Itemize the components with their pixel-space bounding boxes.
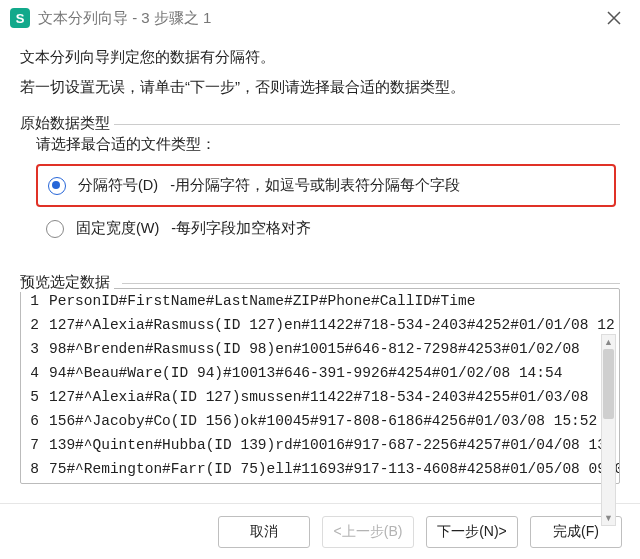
intro-text-2: 若一切设置无误，请单击“下一步”，否则请选择最合适的数据类型。 <box>20 74 620 100</box>
back-button: <上一步(B) <box>322 516 414 548</box>
content-area: 文本分列向导判定您的数据有分隔符。 若一切设置无误，请单击“下一步”，否则请选择… <box>0 36 640 503</box>
row-text: 127#^Alexia#Rasmuss(ID 127)en#11422#718-… <box>49 313 619 337</box>
radio-delimited[interactable]: 分隔符号(D) -用分隔字符，如逗号或制表符分隔每个字段 <box>46 172 606 199</box>
titlebar: S 文本分列向导 - 3 步骤之 1 <box>0 0 640 36</box>
preview-rows: 1PersonID#FirstName#LastName#ZIP#Phone#C… <box>21 289 619 483</box>
radio-desc: -每列字段加空格对齐 <box>171 219 311 238</box>
preview-row: 398#^Brenden#Rasmuss(ID 98)en#10015#646-… <box>21 337 619 361</box>
preview-row: 1PersonID#FirstName#LastName#ZIP#Phone#C… <box>21 289 619 313</box>
scroll-up-icon[interactable]: ▲ <box>602 335 615 349</box>
row-number: 8 <box>21 457 49 481</box>
next-button[interactable]: 下一步(N)> <box>426 516 518 548</box>
row-text: 139#^Quinten#Hubba(ID 139)rd#10016#917-6… <box>49 433 619 457</box>
group-original-data-type: 原始数据类型 请选择最合适的文件类型： 分隔符号(D) -用分隔字符，如逗号或制… <box>20 113 620 246</box>
row-text: 75#^Remington#Farr(ID 75)ell#11693#917-1… <box>49 457 619 481</box>
group-title-preview: 预览选定数据 <box>20 273 114 292</box>
footer: 取消 <上一步(B) 下一步(N)> 完成(F) <box>0 503 640 559</box>
preview-row: 2127#^Alexia#Rasmuss(ID 127)en#11422#718… <box>21 313 619 337</box>
radio-fixed-width[interactable]: 固定宽度(W) -每列字段加空格对齐 <box>36 215 616 242</box>
preview-scrollbar[interactable]: ▲ ▼ <box>601 334 616 503</box>
radio-label: 固定宽度(W) <box>76 219 159 238</box>
intro-text-1: 文本分列向导判定您的数据有分隔符。 <box>20 44 620 70</box>
preview-row: 7139#^Quinten#Hubba(ID 139)rd#10016#917-… <box>21 433 619 457</box>
close-icon[interactable] <box>592 4 636 32</box>
row-text: 98#^Brenden#Rasmuss(ID 98)en#10015#646-8… <box>49 337 619 361</box>
group-title-data-type: 原始数据类型 <box>20 114 114 133</box>
scroll-thumb[interactable] <box>603 349 614 419</box>
radio-desc: -用分隔字符，如逗号或制表符分隔每个字段 <box>170 176 460 195</box>
row-number: 6 <box>21 409 49 433</box>
preview-row: 494#^Beau#Ware(ID 94)#10013#646-391-9926… <box>21 361 619 385</box>
group-preview: 预览选定数据 1PersonID#FirstName#LastName#ZIP#… <box>20 272 620 484</box>
row-text: 94#^Beau#Ware(ID 94)#10013#646-391-9926#… <box>49 361 619 385</box>
row-number: 4 <box>21 361 49 385</box>
window-title: 文本分列向导 - 3 步骤之 1 <box>38 9 211 28</box>
row-text: PersonID#FirstName#LastName#ZIP#Phone#Ca… <box>49 289 619 313</box>
wizard-window: S 文本分列向导 - 3 步骤之 1 文本分列向导判定您的数据有分隔符。 若一切… <box>0 0 640 559</box>
preview-row: 6156#^Jacoby#Co(ID 156)ok#10045#917-808-… <box>21 409 619 433</box>
row-text: 127#^Alexia#Ra(ID 127)smussen#11422#718-… <box>49 385 619 409</box>
radio-icon <box>48 177 66 195</box>
cancel-button[interactable]: 取消 <box>218 516 310 548</box>
preview-row: 5127#^Alexia#Ra(ID 127)smussen#11422#718… <box>21 385 619 409</box>
row-number: 5 <box>21 385 49 409</box>
row-number: 3 <box>21 337 49 361</box>
app-icon: S <box>10 8 30 28</box>
preview-row: 875#^Remington#Farr(ID 75)ell#11693#917-… <box>21 457 619 481</box>
highlight-selected-option: 分隔符号(D) -用分隔字符，如逗号或制表符分隔每个字段 <box>36 164 616 207</box>
help-text-file-type: 请选择最合适的文件类型： <box>36 135 616 154</box>
radio-icon <box>46 220 64 238</box>
row-text: 156#^Jacoby#Co(ID 156)ok#10045#917-808-6… <box>49 409 619 433</box>
radio-label: 分隔符号(D) <box>78 176 158 195</box>
row-number: 2 <box>21 313 49 337</box>
preview-box: 1PersonID#FirstName#LastName#ZIP#Phone#C… <box>20 288 620 484</box>
row-number: 1 <box>21 289 49 313</box>
row-number: 7 <box>21 433 49 457</box>
